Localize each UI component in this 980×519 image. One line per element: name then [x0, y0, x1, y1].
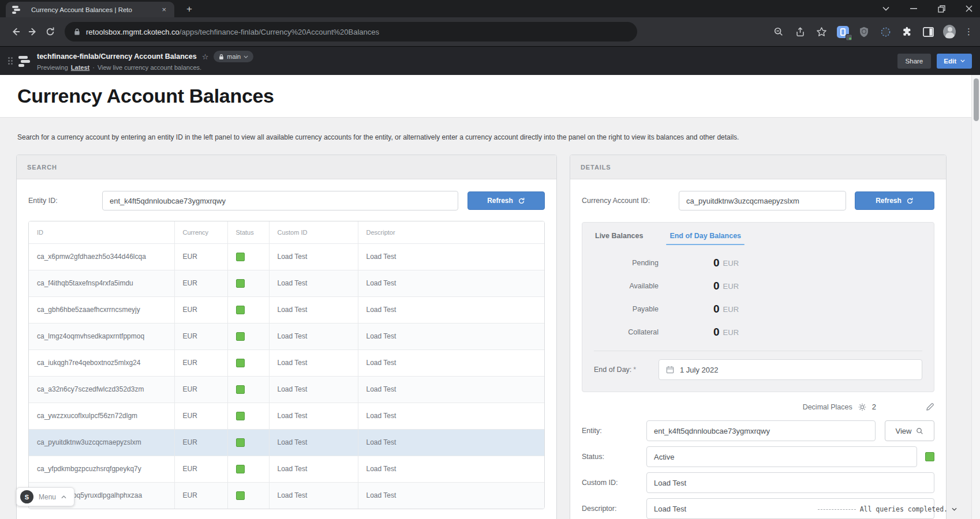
table-row[interactable]: ca_pyuitdktnw3uzcqcmaepyzslxmEURLoad Tes…	[29, 429, 544, 456]
tab-search-chevron-icon[interactable]	[881, 3, 891, 14]
browser-tab[interactable]: Currency Account Balances | Reto ×	[6, 2, 174, 17]
close-window-button[interactable]	[964, 3, 974, 14]
share-icon[interactable]	[794, 25, 806, 38]
minimize-button[interactable]	[908, 3, 919, 14]
table-row[interactable]: ca_ywzzxucoflxulpcf56zn72dlgmEURLoad Tes…	[29, 403, 544, 429]
menu-label: Menu	[39, 493, 56, 501]
custom-id-input[interactable]: Load Test	[646, 472, 934, 493]
bookmark-star-icon[interactable]	[815, 25, 828, 38]
share-button[interactable]: Share	[897, 54, 932, 69]
details-refresh-label: Refresh	[876, 197, 902, 205]
shield-extension-icon[interactable]	[858, 25, 870, 38]
status-cell	[227, 243, 269, 270]
url-bar[interactable]: retoolsbox.mgmt.ckotech.co/apps/techfina…	[65, 22, 637, 42]
table-row[interactable]: ca_f4ithqb5taxefnsp4rxfa5imduEURLoad Tes…	[29, 270, 544, 296]
end-of-day-row: End of Day:* 1 July 2022	[582, 351, 934, 392]
app-breadcrumb: techfinance-finlab/Currency Account Bala…	[37, 52, 197, 61]
currency-cell: EUR	[174, 429, 227, 456]
custom-id-cell: Load Test	[269, 296, 358, 323]
search-refresh-button[interactable]: Refresh	[467, 191, 545, 210]
grip-icon	[8, 57, 13, 65]
new-tab-button[interactable]: +	[182, 3, 196, 16]
edit-pencil-icon[interactable]	[926, 403, 934, 411]
profile-avatar[interactable]	[943, 25, 956, 38]
version-link[interactable]: Latest	[71, 64, 89, 71]
currency-cell: EUR	[174, 403, 227, 429]
scrollbar-thumb[interactable]	[974, 78, 979, 121]
menu-badge: S	[20, 490, 33, 503]
field-row-entity: Entity:ent_k4ft5qdnnloubcae73ygmxrqwyVie…	[582, 420, 934, 441]
currency-account-id-label: Currency Account ID:	[582, 197, 679, 205]
field-label: Custom ID:	[582, 479, 646, 487]
edit-chevron-icon	[960, 59, 965, 62]
status-cell	[227, 270, 269, 296]
id-cell: ca_lmgz4oqmvhsedkapxrntfppmoq	[29, 323, 174, 349]
entity-id-input[interactable]: ent_k4ft5qdnnloubcae73ygmxrqwy	[102, 191, 458, 210]
table-row[interactable]: ca_gbh6hbe5zaaefhcxrrncsmeyjyEURLoad Tes…	[29, 296, 544, 323]
balances-card: Live BalancesEnd of Day Balances Pending…	[582, 222, 934, 392]
table-row[interactable]: ca_iukqgh7re4qeboxtnoz5mlxg24EURLoad Tes…	[29, 349, 544, 376]
branch-selector[interactable]: main	[214, 51, 253, 62]
status-cell	[227, 429, 269, 456]
status-green-badge	[236, 385, 245, 394]
restore-button[interactable]	[936, 3, 947, 14]
end-of-day-date-input[interactable]: 1 July 2022	[659, 359, 922, 380]
calendar-icon	[666, 366, 674, 374]
table-row[interactable]: ca_x6pmw2gfdhaezh5o344d46lcqaEURLoad Tes…	[29, 243, 544, 270]
url-text: retoolsbox.mgmt.ckotech.co/apps/techfina…	[86, 28, 379, 36]
zoom-icon[interactable]	[772, 25, 785, 38]
browser-toolbar: retoolsbox.mgmt.ckotech.co/apps/techfina…	[0, 17, 980, 46]
currency-account-id-input[interactable]: ca_pyuitdktnw3uzcqcmaepyzslxm	[679, 191, 846, 210]
menu-button[interactable]: S Menu	[16, 487, 74, 506]
descriptor-cell: Load Test	[358, 349, 544, 376]
search-panel: SEARCH Entity ID: ent_k4ft5qdnnloubcae73…	[16, 155, 557, 519]
table-row[interactable]: pq5yruxdlpgalhphxzaaEURLoad TestLoad Tes…	[29, 482, 544, 509]
side-panel-icon[interactable]	[922, 25, 934, 38]
table-row[interactable]: ca_a32n6cy7sczedfwlczd352d3zmEURLoad Tes…	[29, 376, 544, 403]
menu-chevron-up-icon	[61, 495, 66, 499]
accounts-table-body: ca_x6pmw2gfdhaezh5o344d46lcqaEURLoad Tes…	[29, 243, 544, 509]
details-refresh-button[interactable]: Refresh	[855, 191, 934, 210]
app-subtitle: View live currency account balances.	[98, 64, 201, 71]
balance-currency: EUR	[723, 328, 739, 337]
status-cell	[227, 349, 269, 376]
reload-button[interactable]	[42, 23, 59, 40]
page-scrollbar[interactable]	[971, 75, 980, 519]
entity-input[interactable]: ent_k4ft5qdnnloubcae73ygmxrqwy	[646, 420, 876, 441]
browser-menu-icon[interactable]: ⋮	[964, 27, 973, 37]
tab-end-of-day-balances[interactable]: End of Day Balances	[669, 223, 741, 249]
required-marker: *	[633, 366, 636, 374]
back-button[interactable]	[7, 23, 24, 40]
tab-close-icon[interactable]: ×	[159, 5, 169, 14]
edit-button[interactable]: Edit	[937, 54, 972, 69]
branch-chevron-icon	[244, 55, 248, 58]
descriptor-cell: Load Test	[358, 376, 544, 403]
status-input[interactable]: Active	[646, 446, 917, 467]
extensions-puzzle-icon[interactable]	[900, 25, 913, 38]
balance-label: Collateral	[594, 328, 659, 336]
queries-status-text: All queries completed.	[860, 505, 948, 513]
queries-status[interactable]: All queries completed.	[818, 505, 957, 513]
status-green-badge	[236, 412, 245, 420]
dotted-circle-extension-icon[interactable]	[879, 25, 892, 38]
table-row[interactable]: ca_lmgz4oqmvhsedkapxrntfppmoqEURLoad Tes…	[29, 323, 544, 349]
currency-account-id-row: Currency Account ID: ca_pyuitdktnw3uzcqc…	[582, 191, 934, 210]
tab-live-balances[interactable]: Live Balances	[595, 223, 643, 249]
custom-id-cell: Load Test	[269, 403, 358, 429]
balance-label: Available	[594, 282, 659, 290]
balance-tabs: Live BalancesEnd of Day Balances	[582, 223, 934, 249]
id-cell: ca_yfpdkmbgzpcuzhsrqfgpeykq7y	[29, 456, 174, 482]
forward-button[interactable]	[24, 23, 42, 40]
balance-value: 0	[713, 257, 720, 269]
extension-pinned-icon[interactable]	[836, 25, 849, 38]
favorite-star-icon[interactable]: ☆	[202, 52, 209, 61]
balance-value: 0	[713, 303, 720, 315]
currency-cell: EUR	[174, 349, 227, 376]
balance-value: 0	[713, 326, 720, 339]
id-cell: ca_ywzzxucoflxulpcf56zn72dlgm	[29, 403, 174, 429]
retool-header: techfinance-finlab/Currency Account Bala…	[0, 46, 980, 75]
table-row[interactable]: ca_yfpdkmbgzpcuzhsrqfgpeykq7yEURLoad Tes…	[29, 456, 544, 482]
id-cell: ca_x6pmw2gfdhaezh5o344d46lcqa	[29, 243, 174, 270]
custom-id-cell: Load Test	[269, 243, 358, 270]
view-entity-button[interactable]: View	[885, 420, 934, 441]
